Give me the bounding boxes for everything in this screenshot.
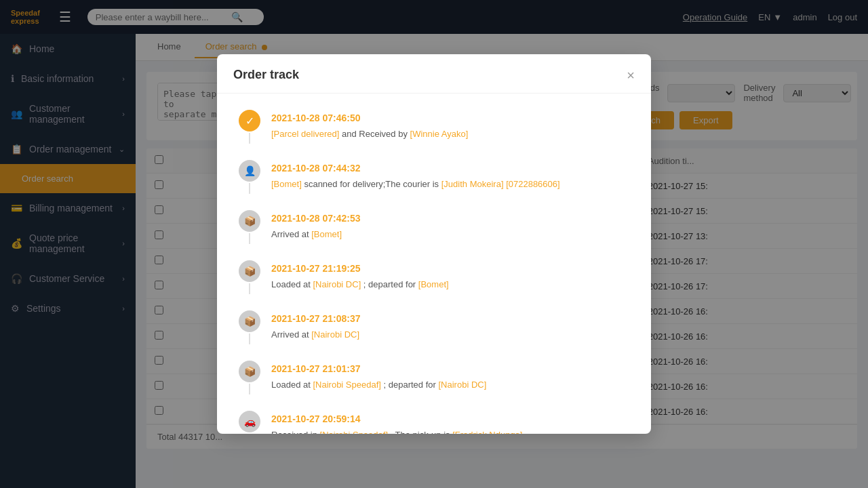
highlight-text: [Winnie Ayako]	[410, 129, 469, 139]
timeline-desc: Arrived at [Bomet]	[271, 228, 629, 242]
desc-text: Loaded at	[271, 279, 313, 289]
timeline-icon-delivered: ✓	[239, 110, 260, 131]
modal-title: Order track	[233, 68, 299, 82]
timeline-desc: Arrived at [Nairobi DC]	[271, 328, 629, 342]
timeline-item: 🚗 2021-10-27 20:59:14 Received in [Nairo…	[239, 411, 629, 434]
timeline-icon-arrived: 📦	[239, 210, 260, 232]
timeline-connector	[249, 233, 250, 244]
timeline-icon-loaded: 📦	[239, 361, 260, 382]
desc-text: scanned for delivery;The courier is	[302, 179, 441, 189]
timeline-desc: Received in [Nairobi Speedaf] , The pick…	[271, 428, 629, 434]
timeline-icon-loaded: 📦	[239, 260, 260, 282]
timeline-connector	[249, 183, 250, 194]
highlight-text: [Nairobi Speedaf]	[313, 380, 380, 390]
modal-header: Order track ×	[217, 54, 651, 94]
timeline: ✓ 2021-10-28 07:46:50 [Parcel delivered]…	[239, 110, 629, 434]
timeline-content: 2021-10-28 07:46:50 [Parcel delivered] a…	[271, 110, 629, 144]
highlight-text: [Bomet]	[311, 229, 342, 239]
highlight-text: [Nairobi DC]	[438, 380, 486, 390]
timeline-content: 2021-10-28 07:44:32 [Bomet] scanned for …	[271, 160, 629, 194]
desc-text: Arrived at	[271, 229, 311, 239]
highlight-text: [Fredrick Ndungo]	[452, 430, 522, 434]
timeline-connector	[249, 283, 250, 294]
desc-text: ; departed for	[381, 380, 439, 390]
timeline-time: 2021-10-28 07:42:53	[271, 213, 629, 224]
timeline-desc: [Bomet] scanned for delivery;The courier…	[271, 178, 629, 192]
order-track-modal: Order track × ✓ 2021-10-28 07:46:50 [Par…	[217, 54, 651, 434]
timeline-icon-courier: 👤	[239, 160, 260, 182]
timeline-item: 📦 2021-10-27 21:19:25 Loaded at [Nairobi…	[239, 260, 629, 294]
timeline-left: ✓	[239, 110, 260, 144]
timeline-desc: Loaded at [Nairobi Speedaf] ; departed f…	[271, 378, 629, 392]
timeline-left: 📦	[239, 260, 260, 294]
timeline-left: 🚗	[239, 411, 260, 434]
timeline-left: 👤	[239, 160, 260, 194]
timeline-item: 📦 2021-10-27 21:08:37 Arrived at [Nairob…	[239, 310, 629, 344]
highlight-text: [Bomet]	[271, 179, 302, 189]
timeline-item: ✓ 2021-10-28 07:46:50 [Parcel delivered]…	[239, 110, 629, 144]
timeline-time: 2021-10-27 21:08:37	[271, 313, 629, 324]
timeline-time: 2021-10-27 21:19:25	[271, 263, 629, 274]
desc-text: and Received by	[339, 129, 410, 139]
timeline-connector	[249, 133, 250, 144]
desc-text: Received in	[271, 430, 320, 434]
highlight-text: [Bomet]	[418, 279, 449, 289]
highlight-text: [Nairobi DC]	[313, 279, 361, 289]
timeline-item: 📦 2021-10-28 07:42:53 Arrived at [Bomet]	[239, 210, 629, 244]
timeline-content: 2021-10-28 07:42:53 Arrived at [Bomet]	[271, 210, 629, 244]
modal-body: ✓ 2021-10-28 07:46:50 [Parcel delivered]…	[217, 94, 651, 434]
timeline-time: 2021-10-27 20:59:14	[271, 413, 629, 424]
desc-text: ; departed for	[361, 279, 418, 289]
desc-text: Arrived at	[271, 329, 311, 340]
timeline-connector	[249, 333, 250, 344]
timeline-icon-arrived: 📦	[239, 310, 260, 332]
modal-close-button[interactable]: ×	[627, 68, 635, 82]
timeline-left: 📦	[239, 361, 260, 394]
timeline-desc: Loaded at [Nairobi DC] ; departed for [B…	[271, 278, 629, 292]
timeline-content: 2021-10-27 20:59:14 Received in [Nairobi…	[271, 411, 629, 434]
timeline-left: 📦	[239, 310, 260, 344]
timeline-time: 2021-10-28 07:46:50	[271, 113, 629, 123]
timeline-desc: [Parcel delivered] and Received by [Winn…	[271, 127, 629, 142]
timeline-content: 2021-10-27 21:08:37 Arrived at [Nairobi …	[271, 310, 629, 344]
highlight-text: [Nairobi DC]	[311, 329, 359, 340]
timeline-item: 👤 2021-10-28 07:44:32 [Bomet] scanned fo…	[239, 160, 629, 194]
timeline-time: 2021-10-28 07:44:32	[271, 163, 629, 174]
timeline-item: 📦 2021-10-27 21:01:37 Loaded at [Nairobi…	[239, 361, 629, 394]
timeline-left: 📦	[239, 210, 260, 244]
timeline-icon-received: 🚗	[239, 411, 260, 432]
timeline-content: 2021-10-27 21:19:25 Loaded at [Nairobi D…	[271, 260, 629, 294]
highlight-text: [Judith Mokeira]	[441, 179, 504, 189]
desc-text: , The pick-up is	[388, 430, 452, 434]
highlight-text: [Parcel delivered]	[271, 129, 339, 139]
timeline-connector	[249, 384, 250, 394]
desc-text: Loaded at	[271, 380, 313, 390]
timeline-content: 2021-10-27 21:01:37 Loaded at [Nairobi S…	[271, 361, 629, 394]
highlight-text: [Nairobi Speedaf]	[320, 430, 388, 434]
timeline-time: 2021-10-27 21:01:37	[271, 363, 629, 374]
modal-overlay[interactable]: Order track × ✓ 2021-10-28 07:46:50 [Par…	[0, 0, 868, 488]
highlight-text: [0722886606]	[506, 179, 560, 189]
